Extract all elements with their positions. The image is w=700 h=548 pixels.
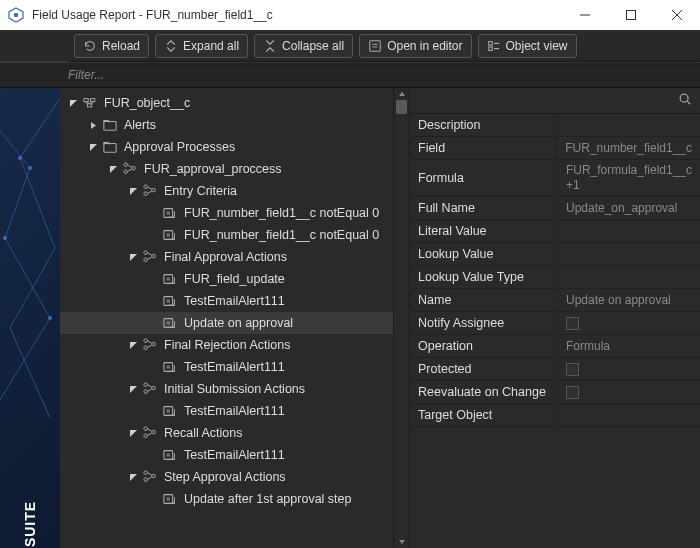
svg-point-12	[14, 13, 19, 18]
close-button[interactable]	[654, 0, 700, 30]
property-value[interactable]	[558, 243, 700, 265]
property-value[interactable]: FUR_formula_field1__c +1	[558, 160, 700, 196]
twisty-expanded-icon[interactable]	[66, 96, 80, 110]
property-row[interactable]: Lookup Value	[410, 243, 700, 266]
property-row[interactable]: Full NameUpdate_on_approval	[410, 197, 700, 220]
tree-node-recall[interactable]: Recall Actions	[60, 422, 393, 444]
property-value[interactable]	[558, 381, 700, 403]
tree-leaf-entry1[interactable]: FUR_number_field1__c notEqual 0	[60, 202, 393, 224]
property-value[interactable]: FUR_number_field1__c	[557, 137, 700, 159]
properties-panel: DescriptionFieldFUR_number_field1__cForm…	[410, 88, 700, 548]
twisty-expanded-icon[interactable]	[126, 184, 140, 198]
collapse-all-button[interactable]: Collapse all	[254, 34, 353, 58]
property-row[interactable]: Notify Assignee	[410, 312, 700, 335]
properties-search-input[interactable]	[418, 94, 678, 108]
tree-leaf-is1[interactable]: TestEmailAlert111	[60, 400, 393, 422]
property-row[interactable]: Literal Value	[410, 220, 700, 243]
svg-point-20	[28, 166, 32, 170]
property-value[interactable]: Formula	[558, 335, 700, 357]
tree-leaf-entry2[interactable]: FUR_number_field1__c notEqual 0	[60, 224, 393, 246]
field-ref-icon	[162, 447, 178, 463]
property-row[interactable]: NameUpdate on approval	[410, 289, 700, 312]
tree-leaf-fa1[interactable]: FUR_field_update	[60, 268, 393, 290]
tree-node-final-rejection[interactable]: Final Rejection Actions	[60, 334, 393, 356]
property-value[interactable]	[558, 114, 700, 136]
checkbox-icon[interactable]	[566, 317, 579, 330]
property-row[interactable]: FieldFUR_number_field1__c	[410, 137, 700, 160]
field-ref-icon	[162, 359, 178, 375]
svg-line-25	[687, 101, 690, 104]
tree-scrollbar[interactable]	[393, 88, 409, 548]
property-value[interactable]	[558, 404, 700, 426]
expand-all-button[interactable]: Expand all	[155, 34, 248, 58]
expand-all-label: Expand all	[183, 39, 239, 53]
actions-icon	[142, 381, 158, 397]
tree-leaf-update-on-approval[interactable]: Update on approval	[60, 312, 393, 334]
field-ref-icon	[162, 491, 178, 507]
svg-rect-18	[488, 41, 492, 45]
property-name: Operation	[410, 335, 558, 357]
app-icon	[8, 7, 24, 23]
reload-label: Reload	[102, 39, 140, 53]
filter-row	[0, 62, 700, 88]
open-in-editor-button[interactable]: Open in editor	[359, 34, 471, 58]
search-icon[interactable]	[678, 92, 692, 109]
tree-leaf-sa1[interactable]: Update after 1st approval step	[60, 488, 393, 510]
twisty-expanded-icon[interactable]	[126, 426, 140, 440]
checkbox-icon[interactable]	[566, 363, 579, 376]
tree-node-root[interactable]: FUR_object__c	[60, 92, 393, 114]
scroll-down-icon[interactable]	[394, 536, 409, 548]
property-value[interactable]: Update on approval	[558, 289, 700, 311]
tree-node-approval-proc[interactable]: FUR_approval_proccess	[60, 158, 393, 180]
property-row[interactable]: Protected	[410, 358, 700, 381]
property-row[interactable]: Description	[410, 114, 700, 137]
property-row[interactable]: FormulaFUR_formula_field1__c +1	[410, 160, 700, 197]
tree-leaf-rc1[interactable]: TestEmailAlert111	[60, 444, 393, 466]
alerts-icon	[102, 117, 118, 133]
property-name: Formula	[410, 160, 558, 196]
property-value[interactable]: Update_on_approval	[558, 197, 700, 219]
property-value[interactable]	[558, 358, 700, 380]
twisty-expanded-icon[interactable]	[126, 338, 140, 352]
scroll-thumb[interactable]	[396, 100, 407, 114]
property-row[interactable]: Reevaluate on Change	[410, 381, 700, 404]
tree[interactable]: FUR_object__c Alerts Approval Processes …	[60, 88, 393, 548]
property-value[interactable]	[558, 266, 700, 288]
tree-node-final-approval[interactable]: Final Approval Actions	[60, 246, 393, 268]
app-side-stripe: SUITE	[0, 88, 60, 548]
twisty-expanded-icon[interactable]	[86, 140, 100, 154]
tree-leaf-fr1[interactable]: TestEmailAlert111	[60, 356, 393, 378]
approval-icon	[102, 139, 118, 155]
properties-table: DescriptionFieldFUR_number_field1__cForm…	[410, 114, 700, 427]
property-name: Literal Value	[410, 220, 558, 242]
checkbox-icon[interactable]	[566, 386, 579, 399]
property-name: Reevaluate on Change	[410, 381, 558, 403]
tree-node-initial-submission[interactable]: Initial Submission Actions	[60, 378, 393, 400]
tree-node-entry-criteria[interactable]: Entry Criteria	[60, 180, 393, 202]
tree-node-approval-processes[interactable]: Approval Processes	[60, 136, 393, 158]
scroll-up-icon[interactable]	[394, 88, 409, 100]
property-row[interactable]: Lookup Value Type	[410, 266, 700, 289]
twisty-expanded-icon[interactable]	[106, 162, 120, 176]
suite-label: SUITE	[22, 501, 38, 547]
property-name: Lookup Value Type	[410, 266, 558, 288]
minimize-button[interactable]	[562, 0, 608, 30]
actions-icon	[142, 425, 158, 441]
property-value[interactable]	[558, 312, 700, 334]
property-row[interactable]: OperationFormula	[410, 335, 700, 358]
property-row[interactable]: Target Object	[410, 404, 700, 427]
twisty-collapsed-icon[interactable]	[86, 118, 100, 132]
titlebar: Field Usage Report - FUR_number_field1__…	[0, 0, 700, 30]
filter-input[interactable]	[68, 68, 700, 82]
tree-leaf-fa2[interactable]: TestEmailAlert111	[60, 290, 393, 312]
tree-node-alerts[interactable]: Alerts	[60, 114, 393, 136]
maximize-button[interactable]	[608, 0, 654, 30]
property-value[interactable]	[558, 220, 700, 242]
tree-node-step-approval[interactable]: Step Approval Actions	[60, 466, 393, 488]
twisty-expanded-icon[interactable]	[126, 382, 140, 396]
object-view-button[interactable]: Object view	[478, 34, 577, 58]
svg-rect-17	[370, 40, 381, 51]
reload-button[interactable]: Reload	[74, 34, 149, 58]
twisty-expanded-icon[interactable]	[126, 470, 140, 484]
twisty-expanded-icon[interactable]	[126, 250, 140, 264]
